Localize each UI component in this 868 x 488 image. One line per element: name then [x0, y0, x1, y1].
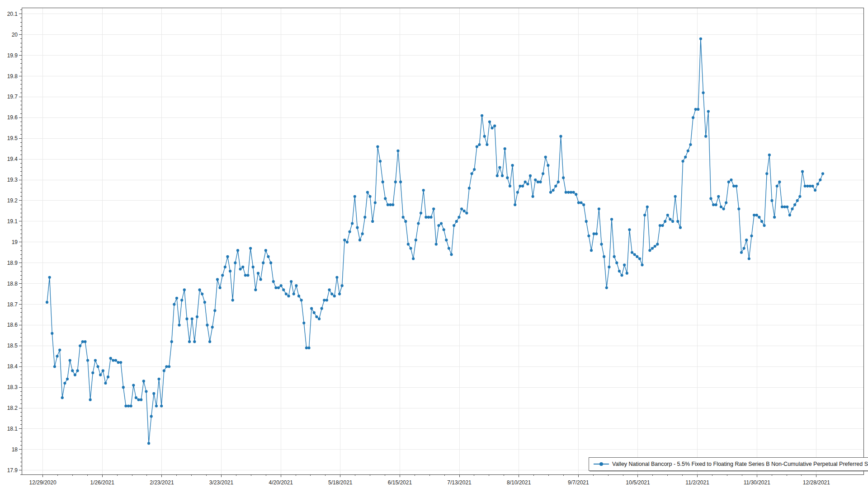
data-point[interactable] — [122, 386, 125, 389]
data-point[interactable] — [593, 232, 595, 235]
data-point[interactable] — [119, 361, 122, 364]
data-point[interactable] — [570, 191, 572, 194]
data-point[interactable] — [605, 286, 608, 289]
data-point[interactable] — [53, 365, 56, 368]
data-point[interactable] — [539, 181, 542, 183]
data-point[interactable] — [191, 318, 193, 320]
data-point[interactable] — [170, 340, 173, 343]
data-point[interactable] — [786, 206, 788, 208]
data-point[interactable] — [185, 318, 188, 320]
data-point[interactable] — [420, 211, 422, 214]
data-point[interactable] — [511, 164, 514, 167]
data-point[interactable] — [740, 251, 743, 254]
data-point[interactable] — [809, 185, 811, 188]
data-point[interactable] — [659, 224, 661, 227]
data-point[interactable] — [274, 286, 277, 289]
data-point[interactable] — [765, 172, 768, 175]
data-point[interactable] — [124, 404, 127, 407]
data-point[interactable] — [458, 216, 460, 219]
data-point[interactable] — [310, 307, 313, 310]
data-point[interactable] — [259, 278, 262, 281]
data-point[interactable] — [282, 288, 285, 291]
data-point[interactable] — [437, 224, 440, 227]
data-point[interactable] — [676, 220, 679, 223]
data-point[interactable] — [404, 220, 407, 223]
data-point[interactable] — [269, 262, 272, 264]
data-point[interactable] — [46, 301, 48, 304]
data-point[interactable] — [180, 299, 183, 301]
data-point[interactable] — [379, 160, 382, 163]
data-point[interactable] — [213, 309, 216, 312]
data-point[interactable] — [476, 145, 478, 148]
data-point[interactable] — [137, 399, 140, 401]
data-point[interactable] — [648, 249, 651, 252]
data-point[interactable] — [165, 365, 168, 368]
data-point[interactable] — [384, 197, 387, 200]
data-point[interactable] — [783, 206, 786, 208]
data-point[interactable] — [732, 185, 735, 188]
data-point[interactable] — [715, 203, 717, 206]
data-point[interactable] — [236, 249, 239, 252]
data-point[interactable] — [554, 185, 557, 188]
data-point[interactable] — [226, 255, 229, 258]
data-point[interactable] — [514, 203, 516, 206]
data-point[interactable] — [526, 183, 529, 185]
data-point[interactable] — [429, 216, 432, 219]
data-point[interactable] — [168, 365, 170, 368]
data-point[interactable] — [244, 274, 247, 277]
data-point[interactable] — [173, 303, 175, 305]
data-point[interactable] — [188, 340, 191, 343]
data-point[interactable] — [542, 172, 544, 175]
data-point[interactable] — [231, 299, 234, 301]
data-point[interactable] — [819, 178, 821, 181]
data-point[interactable] — [445, 239, 448, 241]
data-point[interactable] — [74, 374, 76, 376]
data-point[interactable] — [549, 191, 552, 194]
data-point[interactable] — [295, 284, 297, 287]
data-point[interactable] — [142, 380, 145, 382]
data-point[interactable] — [277, 286, 280, 289]
data-point[interactable] — [704, 135, 707, 138]
data-point[interactable] — [585, 220, 588, 223]
data-point[interactable] — [773, 216, 776, 219]
data-point[interactable] — [363, 216, 366, 219]
data-point[interactable] — [463, 210, 466, 212]
data-point[interactable] — [280, 284, 283, 287]
data-point[interactable] — [89, 399, 92, 401]
data-point[interactable] — [509, 185, 511, 188]
data-point[interactable] — [735, 185, 738, 188]
data-point[interactable] — [249, 247, 252, 249]
data-point[interactable] — [76, 369, 79, 372]
data-point[interactable] — [524, 181, 527, 183]
data-point[interactable] — [615, 262, 618, 264]
data-point[interactable] — [246, 274, 249, 277]
data-point[interactable] — [127, 404, 130, 407]
data-point[interactable] — [598, 207, 600, 210]
data-point[interactable] — [145, 390, 147, 393]
data-point[interactable] — [661, 224, 664, 227]
data-point[interactable] — [565, 191, 567, 194]
data-point[interactable] — [600, 243, 603, 245]
data-point[interactable] — [448, 247, 450, 249]
data-point[interactable] — [425, 216, 427, 219]
data-point[interactable] — [709, 197, 712, 200]
data-point[interactable] — [633, 253, 636, 256]
data-point[interactable] — [725, 201, 727, 204]
data-point[interactable] — [770, 199, 773, 202]
data-point[interactable] — [321, 307, 323, 310]
data-point[interactable] — [567, 191, 570, 194]
data-point[interactable] — [689, 143, 692, 146]
data-point[interactable] — [338, 292, 341, 295]
data-point[interactable] — [201, 292, 203, 295]
data-point[interactable] — [577, 201, 580, 204]
data-point[interactable] — [717, 195, 720, 198]
data-point[interactable] — [763, 224, 766, 227]
data-point[interactable] — [776, 185, 778, 188]
data-point[interactable] — [768, 154, 771, 156]
data-point[interactable] — [376, 145, 379, 148]
data-point[interactable] — [532, 195, 534, 198]
data-point[interactable] — [178, 324, 180, 326]
data-point[interactable] — [117, 361, 119, 364]
data-point[interactable] — [712, 203, 715, 206]
data-point[interactable] — [147, 442, 150, 445]
